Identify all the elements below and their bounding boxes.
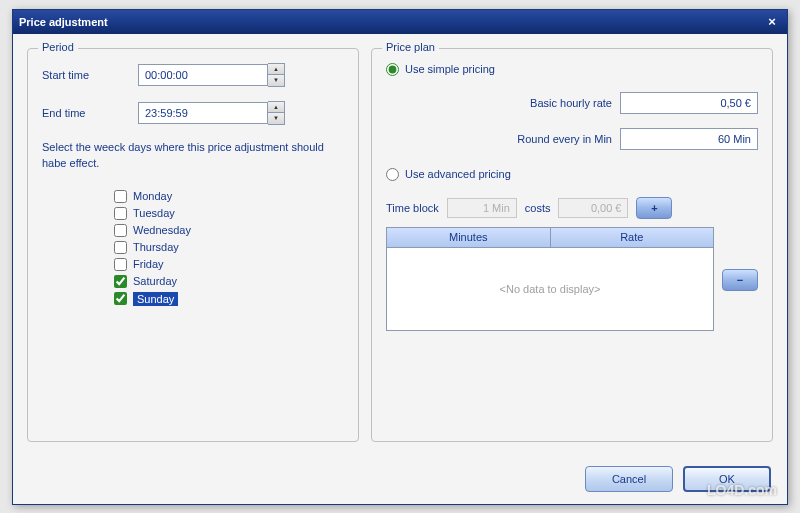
weekday-list: MondayTuesdayWednesdayThursdayFridaySatu… [114, 190, 344, 306]
plus-icon: + [651, 202, 657, 214]
weekday-label[interactable]: Saturday [133, 275, 177, 287]
end-time-spinner-buttons: ▲ ▼ [268, 101, 285, 125]
advanced-pricing-radio-row: Use advanced pricing [386, 168, 758, 181]
price-plan-fieldset: Price plan Use simple pricing Basic hour… [371, 48, 773, 442]
period-legend: Period [38, 41, 78, 53]
weekday-checkbox[interactable] [114, 207, 127, 220]
price-plan-legend: Price plan [382, 41, 439, 53]
weekday-label[interactable]: Tuesday [133, 207, 175, 219]
basic-rate-input[interactable] [620, 92, 758, 114]
end-time-label: End time [42, 107, 130, 119]
titlebar: Price adjustment × [13, 10, 787, 34]
time-block-input [447, 198, 517, 218]
start-time-spinner: ▲ ▼ [138, 63, 285, 87]
weekday-checkbox[interactable] [114, 275, 127, 288]
weekday-label[interactable]: Thursday [133, 241, 179, 253]
weekday-checkbox[interactable] [114, 292, 127, 305]
content-area: Period Start time ▲ ▼ End time ▲ [13, 34, 787, 456]
round-every-input[interactable] [620, 128, 758, 150]
weekday-item: Tuesday [114, 207, 344, 220]
spinner-down-icon[interactable]: ▼ [268, 113, 284, 124]
start-time-input[interactable] [138, 64, 268, 86]
simple-pricing-block: Basic hourly rate Round every in Min [430, 92, 758, 150]
weekday-item: Monday [114, 190, 344, 203]
advanced-row: Time block costs + [386, 197, 758, 219]
weekday-label[interactable]: Wednesday [133, 224, 191, 236]
end-time-spinner: ▲ ▼ [138, 101, 285, 125]
add-row-button[interactable]: + [636, 197, 672, 219]
weekday-label[interactable]: Friday [133, 258, 164, 270]
weekday-item: Saturday [114, 275, 344, 288]
time-block-label: Time block [386, 202, 439, 214]
close-icon[interactable]: × [763, 14, 781, 29]
weekday-checkbox[interactable] [114, 224, 127, 237]
spinner-down-icon[interactable]: ▼ [268, 75, 284, 86]
minus-icon: − [737, 274, 743, 286]
window-title: Price adjustment [19, 16, 108, 28]
end-time-input[interactable] [138, 102, 268, 124]
round-every-label: Round every in Min [482, 133, 612, 145]
column-minutes[interactable]: Minutes [387, 228, 551, 248]
weekday-checkbox[interactable] [114, 258, 127, 271]
weekday-label[interactable]: Monday [133, 190, 172, 202]
ok-button[interactable]: OK [683, 466, 771, 492]
start-time-label: Start time [42, 69, 130, 81]
simple-pricing-radio-row: Use simple pricing [386, 63, 758, 76]
spinner-up-icon[interactable]: ▲ [268, 102, 284, 113]
start-time-row: Start time ▲ ▼ [42, 63, 344, 87]
simple-pricing-radio[interactable] [386, 63, 399, 76]
end-time-row: End time ▲ ▼ [42, 101, 344, 125]
weekday-item: Wednesday [114, 224, 344, 237]
grid-header: Minutes Rate [387, 228, 713, 248]
dialog-window: Price adjustment × Period Start time ▲ ▼… [12, 9, 788, 505]
column-rate[interactable]: Rate [551, 228, 714, 248]
costs-input [558, 198, 628, 218]
weekday-item: Sunday [114, 292, 344, 306]
weekday-item: Thursday [114, 241, 344, 254]
simple-pricing-label: Use simple pricing [405, 63, 495, 75]
cancel-button[interactable]: Cancel [585, 466, 673, 492]
grid-wrapper: Minutes Rate <No data to display> − [386, 227, 758, 331]
spinner-up-icon[interactable]: ▲ [268, 64, 284, 75]
advanced-pricing-radio[interactable] [386, 168, 399, 181]
period-fieldset: Period Start time ▲ ▼ End time ▲ [27, 48, 359, 442]
advanced-pricing-label: Use advanced pricing [405, 168, 511, 180]
pricing-grid: Minutes Rate <No data to display> [386, 227, 714, 331]
start-time-spinner-buttons: ▲ ▼ [268, 63, 285, 87]
weekday-item: Friday [114, 258, 344, 271]
period-help-text: Select the weeck days where this price a… [42, 139, 344, 172]
basic-rate-label: Basic hourly rate [482, 97, 612, 109]
costs-label: costs [525, 202, 551, 214]
remove-row-button[interactable]: − [722, 269, 758, 291]
grid-empty-text: <No data to display> [387, 248, 713, 330]
dialog-footer: Cancel OK [585, 466, 771, 492]
weekday-checkbox[interactable] [114, 241, 127, 254]
weekday-checkbox[interactable] [114, 190, 127, 203]
weekday-label[interactable]: Sunday [133, 292, 178, 306]
